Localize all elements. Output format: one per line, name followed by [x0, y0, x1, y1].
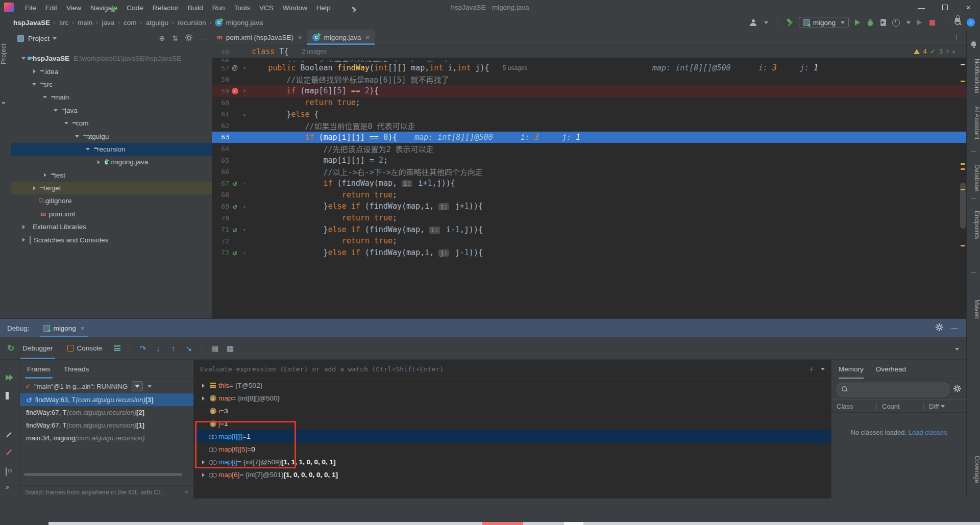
prev-problem-icon[interactable]: ▵: [952, 48, 955, 54]
frames-scrollbar[interactable]: [24, 473, 182, 476]
tree-item-target[interactable]: target: [11, 182, 212, 194]
usages-hint[interactable]: 5 usages: [503, 64, 528, 71]
code-line-67[interactable]: 67↺▿ if (findWay(map, i: i+1,j)){: [212, 178, 966, 189]
gutter[interactable]: 58: [212, 76, 250, 83]
layout-settings-icon[interactable]: [110, 342, 124, 355]
variable-row-map6[interactable]: map[6] = {int[7]@501} [1, 0, 0, 0, 0, 0,…: [194, 468, 831, 481]
menu-help[interactable]: Help: [312, 4, 335, 12]
error-stripe[interactable]: [959, 45, 966, 318]
editor-options-icon[interactable]: ⋮: [947, 33, 966, 41]
chevron-right-icon[interactable]: [199, 473, 207, 477]
tab-memory[interactable]: Memory: [839, 360, 864, 379]
tree-item-pomxml[interactable]: mpom.xml: [11, 208, 212, 220]
tree-item-src[interactable]: src: [11, 78, 212, 91]
breakpoint-icon[interactable]: ✓: [229, 88, 240, 94]
code-line-59[interactable]: 59✓▿ if (map[6][5] == 2){: [212, 85, 966, 97]
chevron-right-icon[interactable]: [20, 225, 27, 229]
code-line-61[interactable]: 61▵ }else {: [212, 108, 966, 120]
code-line-64[interactable]: 64 //先把该点设置为2 表示可以走: [212, 143, 966, 155]
fold-marker-icon[interactable]: ▵: [240, 204, 249, 209]
fold-marker-icon[interactable]: ▿: [240, 181, 249, 186]
fold-marker-icon[interactable]: ▿: [240, 135, 249, 140]
gutter[interactable]: 57@▿: [212, 64, 250, 72]
breadcrumb-item[interactable]: java: [102, 19, 114, 27]
profiler-dropdown-icon[interactable]: [906, 21, 911, 24]
step-out-icon[interactable]: ↑: [167, 342, 180, 355]
gutter[interactable]: 56: [212, 57, 250, 62]
next-problem-icon[interactable]: ▿: [946, 48, 949, 54]
chevron-right-icon[interactable]: [31, 186, 37, 190]
more-actions-icon[interactable]: »: [6, 483, 9, 491]
breadcrumb-item[interactable]: src: [59, 19, 68, 27]
thread-dump-camera-icon[interactable]: [6, 468, 7, 476]
tab-frames[interactable]: Frames: [27, 360, 51, 379]
tree-item-com[interactable]: com: [11, 117, 212, 130]
gutter[interactable]: 65: [212, 157, 250, 164]
chevron-right-icon[interactable]: [95, 160, 102, 164]
menu-tools[interactable]: Tools: [229, 4, 255, 12]
restore-layout-icon[interactable]: [953, 344, 966, 352]
locate-file-icon[interactable]: ⊕: [159, 34, 165, 42]
gutter[interactable]: 72: [212, 237, 250, 245]
tab-debugger[interactable]: Debugger: [16, 337, 59, 359]
debug-button[interactable]: [866, 18, 874, 27]
tree-item-main[interactable]: main: [11, 91, 212, 104]
tab-console[interactable]: Console: [61, 337, 109, 359]
code-line-71[interactable]: 71↺▿ }else if (findWay(map, i: i-1,j)){: [212, 223, 966, 235]
evaluate-dropdown-icon[interactable]: [821, 368, 825, 370]
run-configuration-select[interactable]: migong: [799, 17, 849, 28]
tool-button-database[interactable]: Database: [967, 156, 980, 200]
tree-item-idea[interactable]: .idea: [11, 65, 212, 78]
chevron-right-icon[interactable]: [20, 238, 27, 242]
variable-row-this[interactable]: this = {T@502}: [194, 379, 831, 392]
code-line-65[interactable]: 65 map[i][j] = 2;: [212, 155, 966, 166]
evaluate-expression-bar[interactable]: Evaluate expression (Enter) or add a wat…: [194, 360, 831, 379]
chevron-right-icon[interactable]: [42, 173, 48, 177]
run-with-coverage-button[interactable]: [879, 18, 887, 27]
code-line-69[interactable]: 69↺▵ }else if (findWay(map,i, j: j+1)){: [212, 201, 966, 212]
close-tab-icon[interactable]: ×: [365, 34, 370, 41]
fold-marker-icon[interactable]: ▿: [240, 65, 249, 70]
hide-debug-panel-icon[interactable]: —: [951, 324, 959, 332]
gutter[interactable]: 62: [212, 122, 250, 130]
frame-row[interactable]: findWay:67, T (com.atguigu.recursion) [2…: [20, 406, 193, 419]
view-options-icon[interactable]: ▩: [224, 342, 237, 355]
project-panel-title[interactable]: Project: [28, 35, 50, 42]
project-view-dropdown-icon[interactable]: [53, 37, 57, 40]
gutter[interactable]: 68: [212, 191, 250, 198]
breadcrumb-item[interactable]: migong.java: [226, 19, 263, 27]
menu-refactor[interactable]: Refactor: [148, 4, 183, 12]
gutter[interactable]: 71↺▿: [212, 226, 250, 234]
user-account-icon[interactable]: [749, 18, 757, 27]
user-dropdown-icon[interactable]: [764, 21, 768, 24]
code-area[interactable]: 56 // 7 : 先确定老鼠找路策略 上->右->下->左57@▿ publi…: [212, 57, 966, 258]
gutter[interactable]: 66: [212, 168, 250, 176]
tool-button-project[interactable]: Project: [0, 36, 11, 71]
sticky-line[interactable]: 48 class T{ 2 usages 4 ✓ 3 ▿ ▵: [212, 45, 966, 58]
variable-row-i[interactable]: pi = 3: [194, 405, 831, 417]
gutter[interactable]: 63▿: [212, 133, 250, 141]
debug-settings-gear-icon[interactable]: [936, 323, 943, 333]
code-line-63[interactable]: 63▿ if (map[i][j] == 0){map: int[8][]@50…: [212, 132, 966, 143]
variable-row-map[interactable]: pmap = {int[8][]@500}: [194, 392, 831, 405]
ide-update-icon[interactable]: ↑: [967, 18, 975, 27]
gutter[interactable]: 69↺▵: [212, 202, 250, 210]
rerun-icon[interactable]: ↻: [7, 343, 14, 354]
editor-tab-migongjava[interactable]: Cmigong.java×: [307, 30, 375, 45]
menu-edit[interactable]: Edit: [41, 4, 62, 12]
close-button[interactable]: ×: [957, 0, 980, 15]
menu-vcs[interactable]: VCS: [255, 4, 278, 12]
chevron-right-icon[interactable]: [31, 69, 37, 73]
breadcrumb-item[interactable]: atguigu: [146, 19, 168, 27]
menu-file[interactable]: File: [20, 4, 41, 12]
hide-panel-icon[interactable]: —: [200, 34, 207, 42]
chevron-down-icon[interactable]: [85, 148, 91, 151]
show-execution-point-icon[interactable]: ↷: [136, 342, 150, 355]
tool-button-ai-assistant[interactable]: AI Assistant: [967, 101, 980, 145]
minimize-button[interactable]: —: [910, 0, 933, 15]
gutter[interactable]: 59✓▿: [212, 87, 250, 95]
editor-tab-pomxml[interactable]: mpom.xml (hspJavaSE)×: [212, 30, 307, 45]
breadcrumb-item[interactable]: hspJavaSE: [13, 19, 50, 27]
chevron-right-icon[interactable]: [199, 384, 207, 388]
build-hammer-icon[interactable]: [786, 18, 794, 27]
